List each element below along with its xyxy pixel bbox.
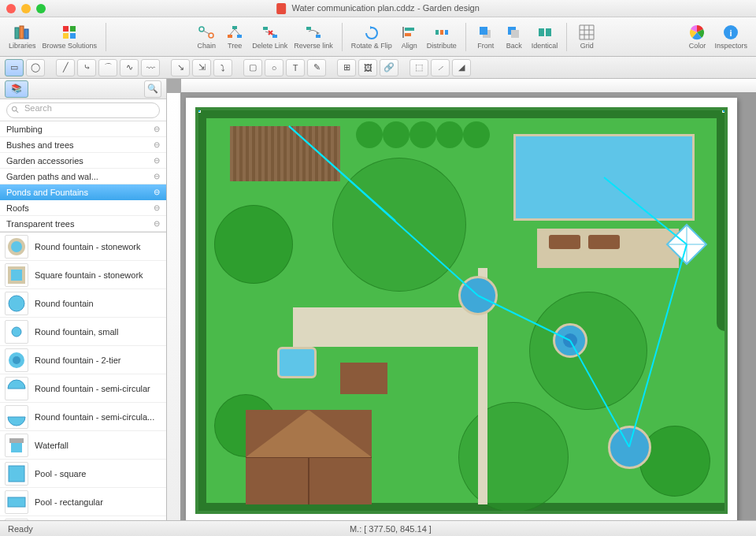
patio[interactable]: [293, 307, 482, 347]
category-label: Bushes and trees: [6, 140, 74, 150]
browse-solutions-button[interactable]: Browse Solutions: [40, 20, 100, 54]
lasso-tool[interactable]: ◯: [26, 59, 45, 76]
zoom-icon[interactable]: [36, 4, 46, 13]
arc-tool[interactable]: ⌒: [98, 59, 117, 76]
bush[interactable]: [463, 121, 490, 148]
solid-tree[interactable]: [214, 205, 293, 284]
vertical-ruler[interactable]: [167, 93, 181, 520]
inspectors-button[interactable]: iInspectors: [712, 20, 750, 54]
library-item[interactable]: Round fountain, small: [0, 318, 166, 346]
ellipse-tool[interactable]: ○: [265, 59, 284, 76]
category-item[interactable]: Garden paths and wal...⊖: [0, 169, 166, 184]
smart-connector-tool[interactable]: ↘: [171, 59, 190, 76]
minimize-icon[interactable]: [21, 4, 31, 13]
selection-handle[interactable]: [722, 108, 727, 113]
round-fountain[interactable]: [553, 323, 587, 358]
back-button[interactable]: Back: [501, 20, 528, 54]
eyedropper-tool[interactable]: ⟋: [431, 59, 450, 76]
lounger[interactable]: [588, 235, 620, 249]
spline-tool[interactable]: ∿: [120, 59, 139, 76]
table-tool[interactable]: ⊞: [337, 59, 356, 76]
delete-link-button[interactable]: Delete Link: [250, 20, 290, 54]
category-item[interactable]: Bushes and trees⊖: [0, 137, 166, 153]
transparent-tree[interactable]: [332, 158, 466, 292]
search-input[interactable]: Search: [6, 102, 160, 118]
library-item-list: Round fountain - stoneworkSquare fountai…: [0, 233, 166, 520]
rect-tool[interactable]: ▢: [243, 59, 262, 76]
hedge-right[interactable]: [717, 110, 724, 331]
category-item[interactable]: Ponds and Fountains⊖: [0, 184, 166, 200]
align-button[interactable]: Align: [396, 20, 423, 54]
library-item[interactable]: Waterfall: [0, 431, 166, 460]
hedge-top[interactable]: [198, 110, 724, 118]
deck[interactable]: [230, 126, 340, 181]
grid-button[interactable]: Grid: [573, 20, 600, 54]
library-item[interactable]: Pool - square: [0, 460, 166, 488]
bush[interactable]: [356, 121, 383, 148]
library-item[interactable]: Round fountain: [0, 289, 166, 318]
category-item[interactable]: Transparent trees⊖: [0, 216, 166, 232]
garden-plot[interactable]: [195, 107, 728, 514]
reverse-link-button[interactable]: Reverse link: [291, 20, 335, 54]
canvas-viewport[interactable]: [181, 93, 756, 520]
swimming-pool[interactable]: [513, 134, 695, 221]
tree-button[interactable]: Tree: [221, 20, 248, 54]
grid-icon: [578, 24, 595, 41]
identical-button[interactable]: Identical: [529, 20, 561, 54]
category-item[interactable]: Garden accessories⊖: [0, 153, 166, 169]
close-icon[interactable]: [6, 4, 16, 13]
category-item[interactable]: Plumbing⊖: [0, 121, 166, 137]
library-item[interactable]: Square fountain - stonework: [0, 261, 166, 289]
garden-table[interactable]: [340, 363, 387, 394]
direct-connector-tool[interactable]: ⇲: [192, 59, 211, 76]
transparent-tree[interactable]: [458, 402, 569, 512]
round-fountain[interactable]: [608, 426, 651, 469]
image-tool[interactable]: 🖼: [358, 59, 377, 76]
rotate-flip-button[interactable]: Rotate & Flip: [349, 20, 395, 54]
chain-button[interactable]: Chain: [193, 20, 220, 54]
line-tool[interactable]: ╱: [56, 59, 75, 76]
solid-tree[interactable]: [639, 426, 710, 497]
color-button[interactable]: Color: [684, 20, 710, 54]
reverse-link-icon: [305, 24, 322, 41]
drawing-page[interactable]: [186, 98, 737, 520]
library-item[interactable]: Pool - rectangular: [0, 488, 166, 516]
bush[interactable]: [383, 121, 410, 148]
bush[interactable]: [436, 121, 463, 148]
bezier-tool[interactable]: 〰: [141, 59, 160, 76]
house[interactable]: [246, 410, 372, 504]
umbrella-icon[interactable]: [663, 221, 710, 268]
hedge-left[interactable]: [198, 110, 206, 511]
search-toggle-button[interactable]: 🔍: [144, 80, 161, 98]
library-thumb-icon: [5, 263, 28, 287]
distribute-button[interactable]: Distribute: [424, 20, 459, 54]
library-view-button[interactable]: 📚: [5, 80, 28, 98]
text-tool[interactable]: T: [286, 59, 305, 76]
toolbar-separator: [566, 23, 567, 51]
library-item[interactable]: Round fountain - semi-circular: [0, 374, 166, 403]
fill-tool[interactable]: ◢: [452, 59, 471, 76]
libraries-button[interactable]: Libraries: [6, 20, 39, 54]
crop-tool[interactable]: ⬚: [410, 59, 428, 76]
front-button[interactable]: Front: [472, 20, 499, 54]
transparent-tree[interactable]: [529, 292, 647, 410]
svg-rect-54: [8, 497, 25, 507]
round-fountain[interactable]: [458, 276, 498, 315]
selection-handle[interactable]: [196, 108, 201, 113]
identical-icon: [536, 24, 554, 41]
selection-tool[interactable]: ▭: [5, 59, 24, 76]
library-item[interactable]: Round fountain - stonework: [0, 233, 166, 261]
bush[interactable]: [410, 121, 436, 148]
lounger[interactable]: [549, 235, 580, 249]
category-item[interactable]: Roofs⊖: [0, 200, 166, 216]
library-item[interactable]: Round fountain - semi-circula...: [0, 403, 166, 431]
library-item[interactable]: Round fountain - 2-tier: [0, 346, 166, 374]
small-pool[interactable]: [277, 347, 317, 378]
expand-icon: ⊖: [154, 156, 160, 165]
round-connector-tool[interactable]: ⤵: [213, 59, 232, 76]
hyperlink-tool[interactable]: 🔗: [380, 59, 398, 76]
library-item-label: Round fountain, small: [35, 327, 161, 337]
callout-tool[interactable]: ✎: [307, 59, 326, 76]
horizontal-ruler[interactable]: [181, 79, 756, 93]
connector-tool[interactable]: ⤷: [77, 59, 96, 76]
